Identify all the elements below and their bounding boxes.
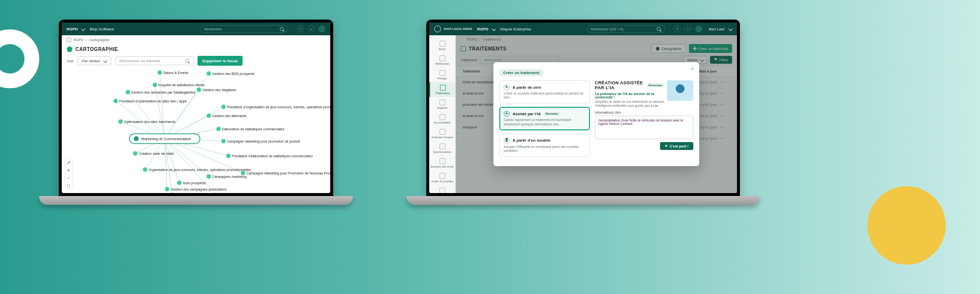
graph-node[interactable]: Salons & Events [158, 71, 189, 75]
graph-node[interactable]: Gestion des demandes par Datalegaldrive [126, 90, 196, 95]
close-icon[interactable]: × [689, 66, 695, 72]
graph-node[interactable]: Prestation d'élaboration de statistiques… [226, 154, 313, 158]
home-icon[interactable] [67, 38, 71, 42]
sidebar-item-icon [440, 173, 445, 179]
avatar[interactable] [318, 25, 325, 32]
notifications-button[interactable]: • [685, 25, 691, 32]
sidebar-item-envia[interactable]: Envia [429, 38, 455, 53]
module-switcher[interactable]: RGPD [67, 27, 85, 31]
info-textarea[interactable]: Géolocalisation d'une flotte de véhicule… [595, 116, 693, 139]
app-topbar: DATA LEGAL DRIVE RGPD Wayne Enterprise R… [429, 23, 737, 35]
graph-area[interactable]: Marketing et CommunicationSalons & Event… [62, 63, 330, 193]
svg-text:Optimisation des sites marchan: Optimisation des sites marchands [124, 120, 176, 124]
option-description: Cadrez rapidement un traitement en fourn… [504, 118, 586, 126]
new-badge: Nouveau [543, 112, 560, 116]
crumb-0[interactable]: RGPD [74, 38, 83, 42]
global-search[interactable]: Rechercher [200, 25, 288, 33]
crumb-sep: / [86, 38, 87, 42]
creation-option[interactable]: ✎À partir de zéroCréez un nouveau traite… [499, 80, 590, 103]
zoom-out[interactable]: − [65, 174, 72, 182]
sidebar-item-accountability[interactable]: Accountability [429, 112, 455, 126]
org-name: Blop Software [90, 27, 114, 31]
graph-node[interactable]: Gestion des stagiaires [197, 88, 237, 92]
sidebar-item-analyses-d-impact[interactable]: Analyses d'impact [429, 126, 455, 141]
graph-node[interactable]: Gestion des campagnes publicitaires [165, 187, 227, 192]
graph-node[interactable]: Organisation de jeux-concours, loteries,… [143, 168, 251, 172]
notifications-button[interactable]: • [308, 25, 315, 32]
graph-node[interactable]: Revue traitement par Sylvain mars 2024 [214, 193, 281, 194]
laptop-right: DATA LEGAL DRIVE RGPD Wayne Enterprise R… [426, 20, 760, 205]
graph-node[interactable]: Profilage internet [170, 193, 201, 194]
svg-point-21 [134, 136, 139, 141]
sidebar-item-traitements[interactable]: Traitements [429, 82, 455, 97]
global-search[interactable]: Rechercher (Ctrl + K) [587, 25, 665, 33]
svg-point-37 [207, 114, 211, 118]
graph-node[interactable]: Gestion des BDD prospects [207, 72, 255, 76]
module-label: RGPD [67, 27, 78, 31]
graph-node[interactable]: Suivi prospects [177, 181, 206, 185]
sidebar-item-audits-contr-les[interactable]: Audits & contrôles [429, 171, 455, 185]
modal-overlay[interactable]: × Créer un traitement ✎À partir de zéroC… [456, 35, 737, 193]
graph-node[interactable]: Enquête de satisfaction clients [153, 83, 205, 87]
search-placeholder: Rechercher (Ctrl + K) [591, 27, 623, 31]
graph-node[interactable]: Gestion des alternants [207, 114, 247, 118]
svg-line-3 [165, 90, 199, 139]
creation-option[interactable]: ✦Assisté par l'IANouveauCadrez rapidemen… [499, 107, 590, 130]
creation-option[interactable]: ≣À partir d'un modèleAdoptez l'efficacit… [499, 134, 590, 157]
svg-line-0 [160, 73, 165, 139]
brand-logo[interactable]: DATA LEGAL DRIVE [434, 25, 472, 32]
option-title: Assisté par l'IA [513, 112, 540, 116]
sidebar-item-questionnaires[interactable]: Questionnaires [429, 141, 455, 156]
zoom-in[interactable]: + [65, 166, 72, 174]
pencil-icon: ✎ [504, 84, 510, 90]
sidebar-item-violations[interactable]: Violations [429, 185, 455, 193]
sidebar-item-icon [440, 114, 445, 120]
graph-node[interactable]: Elaboration de statistiques commerciales [217, 127, 285, 131]
svg-text:Campagne marketing pour promot: Campagne marketing pour promotion de pro… [227, 140, 300, 144]
graph-node[interactable]: Optimisation des sites marchands [119, 120, 176, 124]
sidebar-item-icon [440, 129, 445, 135]
search-placeholder: Rechercher [204, 27, 222, 31]
svg-text:Gestion des BDD prospects: Gestion des BDD prospects [212, 72, 255, 76]
go-label: C'est parti ! [670, 145, 688, 148]
sidebar-item-label: Envia [439, 48, 446, 50]
sidebar-item-exercice-des-droits[interactable]: Exercice des droits [429, 156, 455, 171]
zoom-fit[interactable]: ⤢ [65, 158, 72, 166]
graph-node[interactable]: Campagnes marketing [207, 174, 247, 179]
option-description: Adoptez l'efficacité en choisissant parm… [504, 145, 586, 153]
info-field-label: Informations clés [595, 111, 693, 114]
graph-node[interactable]: Création carte de visite [133, 151, 174, 156]
sidebar-item-label: Exercice des droits [431, 165, 453, 168]
sidebar-item-r-f-rences[interactable]: Références [429, 53, 455, 68]
decorative-dot [867, 186, 946, 265]
module-switcher[interactable]: RGPD [477, 27, 495, 31]
chevron-down-icon [729, 27, 733, 31]
avatar[interactable] [695, 25, 702, 32]
option-title: À partir d'un modèle [513, 138, 550, 143]
svg-line-16 [165, 139, 179, 183]
svg-text:Enquête de satisfaction client: Enquête de satisfaction clients [158, 83, 205, 87]
graph-node[interactable]: Prestation d'optimisation de sites web /… [114, 99, 187, 103]
template-icon: ≣ [504, 138, 510, 144]
zoom-reset[interactable]: □ [65, 182, 72, 190]
textarea-value: Géolocalisation d'une flotte de véhicule… [598, 119, 683, 125]
svg-text:Gestion des alternants: Gestion des alternants [212, 114, 247, 118]
go-button[interactable]: ➤ C'est parti ! [660, 142, 693, 150]
graph-node[interactable]: Campagne Marketing pour Promotion de Nou… [241, 171, 331, 175]
crumb-1: Cartographie [89, 38, 109, 42]
graph-node[interactable]: Prestation d'organisation de jeux-concou… [221, 105, 331, 109]
central-node[interactable]: Marketing et Communication [129, 134, 200, 144]
svg-point-45 [133, 151, 138, 156]
help-button[interactable]: ? [297, 25, 304, 32]
svg-text:Salons & Events: Salons & Events [163, 71, 189, 74]
ia-subtitle: La puissance de l'IA au service de la co… [595, 92, 664, 99]
sidebar-item-registre[interactable]: Registre [429, 97, 455, 112]
sidebar-item-label: Analyses d'impact [431, 136, 453, 139]
user-name[interactable]: Ben Lavi [709, 27, 724, 31]
ia-title-text: CRÉATION ASSISTÉE PAR L'IA [595, 80, 644, 90]
search-icon [280, 27, 284, 31]
sidebar-item-pilotage[interactable]: Pilotage [429, 68, 455, 82]
ia-description: Simplifiez la saisie de vos traitements … [595, 100, 664, 108]
graph-node[interactable]: Campagne marketing pour promotion de pro… [221, 139, 300, 144]
help-button[interactable]: ? [674, 25, 681, 32]
